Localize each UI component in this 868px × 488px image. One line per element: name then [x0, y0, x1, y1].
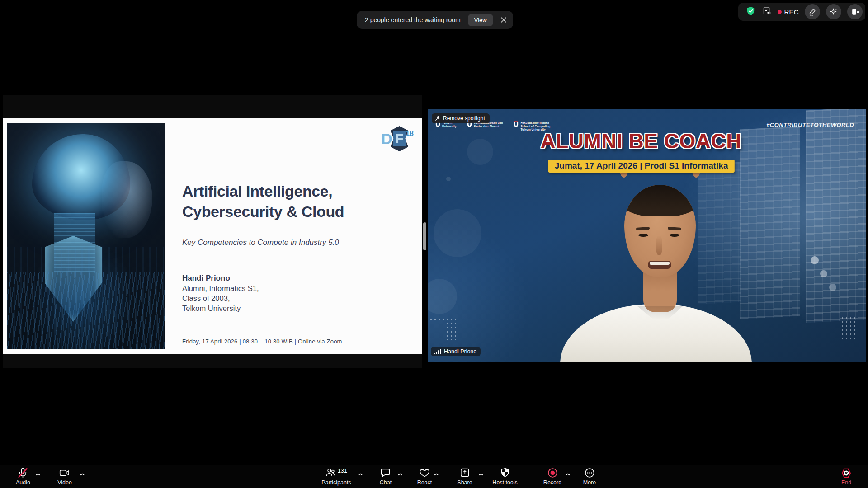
- more-button[interactable]: More: [583, 467, 596, 486]
- slide-title: Artificial Intelligence, Cybersecurity &…: [182, 181, 344, 222]
- event-banner-date: Jumat, 17 April 2026 | Prodi S1 Informat…: [548, 160, 735, 173]
- audio-menu-chevron[interactable]: [35, 470, 41, 478]
- camera-icon: [59, 467, 71, 479]
- video-menu-chevron[interactable]: [80, 470, 85, 478]
- participant-name-label: Handi Priono: [431, 347, 481, 356]
- end-hexagon-icon: [840, 467, 852, 479]
- annotate-button[interactable]: [805, 4, 820, 19]
- record-button[interactable]: Record: [543, 467, 561, 486]
- record-dot-icon: [778, 10, 782, 14]
- record-menu-chevron[interactable]: [565, 470, 571, 478]
- slide-event-details: Friday, 17 April 2026 | 08.30 – 10.30 WI…: [182, 338, 342, 345]
- heart-icon: [419, 467, 430, 479]
- close-icon[interactable]: [500, 16, 507, 24]
- chat-icon: [380, 467, 391, 478]
- participants-count: 131: [338, 468, 348, 474]
- share-button[interactable]: Share: [457, 467, 472, 486]
- slide-subtitle: Key Competencies to Compete in Industry …: [182, 238, 339, 247]
- spotlight-video-tile: Remove spotlight TelkomUniversity Kemaha…: [428, 109, 866, 362]
- slide-ai-brain-artwork: [7, 123, 165, 349]
- end-meeting-button[interactable]: End: [840, 467, 852, 486]
- toolbar-divider: [529, 469, 529, 480]
- live-transcript-icon[interactable]: [762, 6, 772, 18]
- share-screen-icon: [459, 467, 470, 478]
- security-shield-icon[interactable]: [745, 6, 756, 18]
- audio-level-icon: [434, 349, 441, 354]
- video-button[interactable]: Video: [57, 467, 72, 486]
- speaker-name: Handi Priono: [182, 273, 259, 283]
- share-menu-chevron[interactable]: [478, 470, 484, 478]
- more-ellipsis-icon: [584, 467, 595, 479]
- react-button[interactable]: React: [417, 467, 432, 486]
- waiting-room-notification: 2 people entered the waiting room View: [357, 11, 513, 29]
- leave-panel-icon: [851, 8, 859, 16]
- shared-screen-tile: D F 18 Artificial Intelligence, Cybersec…: [3, 95, 422, 368]
- chat-button[interactable]: Chat: [380, 467, 392, 486]
- panel-resize-handle[interactable]: [423, 222, 426, 250]
- host-tools-button[interactable]: Host tools: [492, 467, 518, 486]
- meeting-topbar: REC: [738, 3, 865, 21]
- pencil-icon: [808, 8, 817, 16]
- participants-menu-chevron[interactable]: [358, 470, 363, 478]
- chat-menu-chevron[interactable]: [397, 470, 403, 478]
- event-banner-title: ALUMNI BE COACH: [540, 129, 741, 153]
- recording-indicator: REC: [778, 8, 799, 16]
- mic-muted-icon: [17, 467, 28, 479]
- view-waiting-room-button[interactable]: View: [468, 14, 493, 26]
- presentation-slide: D F 18 Artificial Intelligence, Cybersec…: [3, 118, 422, 354]
- audio-button[interactable]: Audio: [16, 467, 30, 486]
- participant-name: Handi Priono: [444, 348, 476, 355]
- ai-companion-button[interactable]: [826, 4, 841, 19]
- notification-text: 2 people entered the waiting room: [365, 16, 461, 23]
- remove-spotlight-button[interactable]: Remove spotlight: [432, 113, 490, 123]
- participants-button[interactable]: 131 Participants: [321, 467, 351, 486]
- sparkle-icon: [829, 7, 838, 16]
- hashtag-text: #CONTRIBUTETOTHEWORLD: [766, 122, 854, 128]
- remove-spotlight-label: Remove spotlight: [443, 115, 485, 122]
- participants-icon: [326, 467, 336, 478]
- pin-icon: [434, 115, 441, 122]
- rec-label: REC: [784, 8, 799, 16]
- df18-logo: D F 18: [381, 124, 414, 153]
- exit-minimal-view-button[interactable]: [847, 4, 863, 19]
- record-icon: [547, 467, 558, 479]
- host-tools-shield-icon: [500, 467, 510, 478]
- speaker-info: Handi Priono Alumni, Informatics S1, Cla…: [182, 273, 259, 313]
- react-menu-chevron[interactable]: [434, 470, 439, 478]
